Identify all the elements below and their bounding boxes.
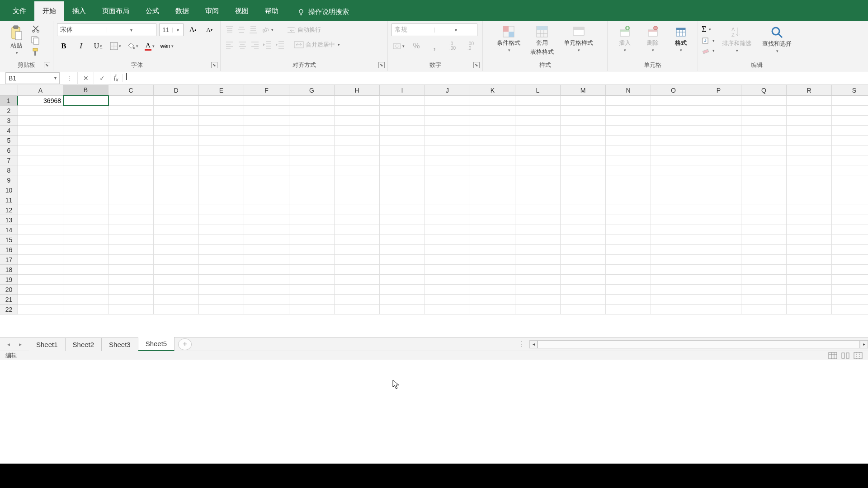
row-header[interactable]: 12 — [0, 205, 18, 215]
cell[interactable] — [244, 155, 289, 165]
cell[interactable] — [561, 295, 606, 305]
cell[interactable] — [470, 305, 515, 314]
cell[interactable] — [606, 116, 651, 126]
cell[interactable] — [606, 215, 651, 225]
cell[interactable] — [470, 106, 515, 116]
percent-button[interactable]: % — [410, 40, 423, 52]
cell[interactable] — [108, 255, 154, 265]
cell[interactable] — [244, 235, 289, 245]
cell[interactable] — [380, 245, 425, 255]
cell[interactable] — [741, 275, 787, 285]
align-middle-icon[interactable] — [236, 25, 247, 35]
copy-icon[interactable] — [31, 36, 41, 45]
cell[interactable] — [470, 225, 515, 235]
clear-button[interactable]: ▾ — [702, 47, 715, 54]
tab-help[interactable]: 帮助 — [257, 1, 287, 21]
cell[interactable] — [289, 145, 335, 155]
cell[interactable] — [651, 215, 696, 225]
cell[interactable] — [470, 255, 515, 265]
cell[interactable] — [741, 295, 787, 305]
cell[interactable] — [335, 255, 380, 265]
cell[interactable] — [741, 225, 787, 235]
cell[interactable] — [470, 265, 515, 275]
cell[interactable] — [108, 225, 154, 235]
cell[interactable] — [425, 116, 470, 126]
cell[interactable] — [470, 245, 515, 255]
cell[interactable] — [63, 96, 108, 106]
cell[interactable] — [244, 195, 289, 205]
tab-insert[interactable]: 插入 — [64, 1, 94, 21]
cell[interactable] — [289, 126, 335, 136]
cell[interactable] — [651, 255, 696, 265]
cell[interactable] — [561, 245, 606, 255]
align-right-icon[interactable] — [250, 40, 260, 50]
column-header[interactable]: K — [470, 85, 515, 96]
cell[interactable] — [832, 225, 868, 235]
cell[interactable] — [606, 185, 651, 195]
cell[interactable] — [380, 96, 425, 106]
page-layout-view-icon[interactable] — [841, 352, 850, 359]
find-select-button[interactable]: 查找和选择▾ — [759, 23, 795, 55]
cell[interactable] — [108, 116, 154, 126]
cell[interactable] — [380, 185, 425, 195]
cells-area[interactable]: 36968 — [18, 96, 868, 314]
cell[interactable] — [244, 205, 289, 215]
cell[interactable] — [380, 155, 425, 165]
tab-view[interactable]: 视图 — [227, 1, 257, 21]
cell[interactable] — [154, 275, 199, 285]
cell[interactable] — [741, 255, 787, 265]
cell[interactable] — [832, 155, 868, 165]
cell[interactable] — [696, 195, 741, 205]
cell[interactable] — [696, 96, 741, 106]
cell[interactable] — [18, 136, 63, 145]
paste-button[interactable]: 粘贴 ▾ — [4, 23, 29, 57]
cell[interactable] — [199, 275, 244, 285]
cell[interactable] — [696, 106, 741, 116]
cell[interactable] — [289, 165, 335, 175]
cell[interactable] — [651, 265, 696, 275]
row-header[interactable]: 14 — [0, 225, 18, 235]
cell[interactable] — [425, 245, 470, 255]
column-header[interactable]: G — [289, 85, 335, 96]
cell[interactable] — [470, 195, 515, 205]
cell[interactable] — [63, 116, 108, 126]
cell[interactable] — [651, 136, 696, 145]
cell[interactable] — [741, 235, 787, 245]
indent-decrease-icon[interactable] — [262, 40, 273, 50]
cell[interactable] — [787, 255, 832, 265]
cell[interactable] — [606, 155, 651, 165]
fx-icon[interactable]: fx — [110, 74, 123, 82]
cell[interactable] — [515, 175, 561, 185]
cell[interactable] — [380, 225, 425, 235]
cell[interactable] — [244, 96, 289, 106]
cell[interactable] — [63, 106, 108, 116]
cell[interactable] — [380, 165, 425, 175]
page-break-view-icon[interactable] — [854, 352, 863, 359]
cell[interactable] — [741, 245, 787, 255]
cell[interactable] — [380, 215, 425, 225]
cell[interactable] — [651, 245, 696, 255]
cell[interactable] — [606, 145, 651, 155]
cell[interactable] — [18, 116, 63, 126]
cell[interactable] — [108, 165, 154, 175]
cell[interactable] — [289, 255, 335, 265]
tab-formula[interactable]: 公式 — [137, 1, 167, 21]
cell[interactable] — [244, 145, 289, 155]
cell[interactable] — [63, 225, 108, 235]
column-header[interactable]: J — [425, 85, 470, 96]
cell[interactable] — [651, 305, 696, 314]
cell[interactable] — [787, 165, 832, 175]
tab-data[interactable]: 数据 — [167, 1, 197, 21]
format-as-table-button[interactable]: 套用 表格格式 — [527, 23, 557, 58]
cell[interactable] — [696, 136, 741, 145]
cell[interactable] — [696, 205, 741, 215]
cell[interactable] — [289, 106, 335, 116]
cell[interactable] — [832, 235, 868, 245]
cell[interactable] — [380, 175, 425, 185]
cell[interactable] — [199, 225, 244, 235]
cell[interactable] — [108, 195, 154, 205]
cell[interactable] — [606, 126, 651, 136]
cell[interactable] — [18, 185, 63, 195]
cell[interactable] — [425, 305, 470, 314]
cell[interactable] — [741, 305, 787, 314]
